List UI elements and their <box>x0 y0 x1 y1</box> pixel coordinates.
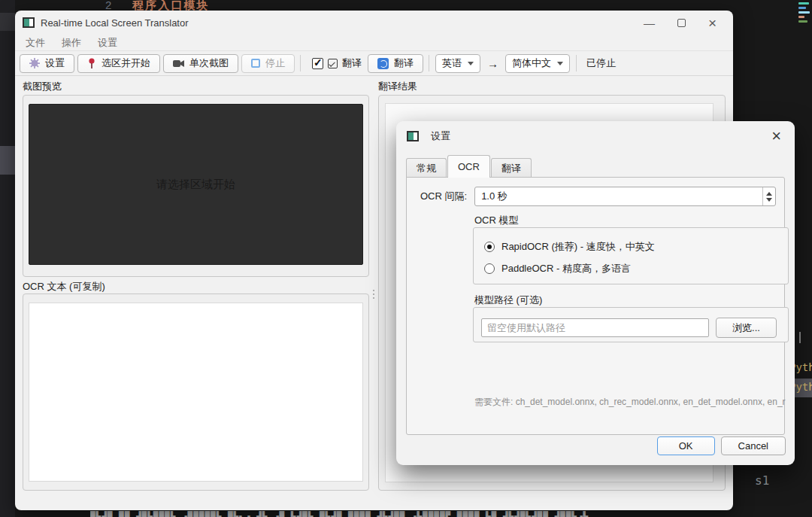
menu-file[interactable]: 文件 <box>26 36 45 50</box>
code-comment: 程序入口模块 <box>132 0 209 11</box>
direction-arrow: → <box>487 57 498 70</box>
settings-tabs: 常规 OCR 翻译 <box>406 155 532 178</box>
activity-bar-item <box>0 146 15 175</box>
target-language-select[interactable]: 简体中文 <box>505 54 570 73</box>
single-capture-button[interactable]: 单次截图 <box>163 54 238 73</box>
toolbar-separator <box>429 55 429 71</box>
activity-bar-item <box>0 13 15 31</box>
ocr-interval-value: 1.0 秒 <box>475 190 762 203</box>
spinner-down-icon[interactable] <box>766 198 772 202</box>
radio-rapidocr[interactable]: RapidOCR (推荐) - 速度快，中英文 <box>484 240 655 254</box>
radio-paddleocr[interactable]: PaddleOCR - 精度高，多语言 <box>484 262 631 275</box>
model-path-groupbox: 浏览... <box>473 307 789 342</box>
dialog-app-icon <box>407 131 419 141</box>
spinner-buttons[interactable] <box>762 187 775 205</box>
dialog-title: 设置 <box>431 129 768 143</box>
chevron-down-icon <box>468 62 474 65</box>
editor-activity-bar <box>0 0 15 517</box>
editor-cursor <box>799 332 801 343</box>
ocr-interval-label: OCR 间隔: <box>420 190 467 203</box>
minimize-button[interactable]: — <box>644 17 655 29</box>
screenshot-preview: 请选择区域开始 <box>29 104 363 265</box>
translate-checkbox[interactable]: 翻译 <box>312 56 362 70</box>
preview-label: 截图预览 <box>23 80 62 93</box>
line-number: 2 <box>105 0 111 11</box>
preview-placeholder-text: 请选择区域开始 <box>156 178 235 192</box>
translate-button[interactable]: 翻译 <box>368 54 423 73</box>
terminal-output-clipped: █▙▟█ ██ ▟█▙███▙ ▗█████▙ █▙▖▗ ▟▙ ▗█ ▙▟█▙ … <box>90 511 789 517</box>
ocr-text-label: OCR 文本 (可复制) <box>23 280 105 293</box>
translation-result-label: 翻译结果 <box>378 80 417 93</box>
dialog-close-icon[interactable]: × <box>768 128 784 144</box>
tab-general[interactable]: 常规 <box>406 158 447 178</box>
ocr-model-group-title: OCR 模型 <box>474 214 519 227</box>
ocr-text-area[interactable] <box>29 303 363 482</box>
spinner-up-icon[interactable] <box>766 192 772 196</box>
maximize-button[interactable] <box>677 19 686 27</box>
translate-toggle-icon <box>328 59 338 68</box>
dialog-title-bar[interactable]: 设置 × <box>396 121 795 151</box>
window-title: Real-time Local Screen Translator <box>41 17 644 29</box>
app-icon <box>23 17 35 28</box>
required-files-hint: 需要文件: ch_det_model.onnx, ch_rec_model.on… <box>474 396 796 409</box>
translate-checkbox-label: 翻译 <box>342 56 362 70</box>
menu-action[interactable]: 操作 <box>62 36 81 50</box>
settings-dialog: 设置 × 常规 OCR 翻译 OCR 间隔: 1.0 秒 OCR 模型 Rapi… <box>396 121 795 465</box>
stop-button[interactable]: 停止 <box>241 54 295 73</box>
close-button[interactable]: × <box>708 16 717 30</box>
camera-icon <box>173 59 184 68</box>
pin-icon <box>87 58 96 69</box>
radio-unselected-icon[interactable] <box>484 263 495 274</box>
stop-icon <box>251 59 260 68</box>
select-region-start-button[interactable]: 选区并开始 <box>77 54 160 73</box>
gear-icon <box>29 58 40 68</box>
tab-translate[interactable]: 翻译 <box>491 158 532 178</box>
toolbar-separator <box>576 55 577 71</box>
status-label: 已停止 <box>586 56 616 70</box>
menu-bar: 文件 操作 设置 <box>15 35 733 51</box>
source-language-select[interactable]: 英语 <box>435 54 480 73</box>
translate-refresh-icon <box>377 58 389 69</box>
tab-ocr[interactable]: OCR <box>447 155 490 178</box>
ocr-interval-spinbox[interactable]: 1.0 秒 <box>474 187 776 206</box>
tab-pane: OCR 间隔: 1.0 秒 OCR 模型 RapidOCR (推荐) - 速度快… <box>406 177 785 435</box>
ocr-model-groupbox: RapidOCR (推荐) - 速度快，中英文 PaddleOCR - 精度高，… <box>473 227 789 284</box>
browse-button[interactable]: 浏览... <box>716 318 777 338</box>
checkbox-checked-icon[interactable] <box>312 58 323 69</box>
cancel-button[interactable]: Cancel <box>721 436 786 455</box>
menu-settings[interactable]: 设置 <box>98 36 117 50</box>
title-bar[interactable]: Real-time Local Screen Translator — × <box>15 11 733 35</box>
model-path-group-title: 模型路径 (可选) <box>474 293 542 307</box>
settings-button[interactable]: 设置 <box>20 54 74 73</box>
toolbar-separator <box>300 55 301 71</box>
radio-selected-icon[interactable] <box>484 242 495 252</box>
toolbar: 设置 选区并开始 单次截图 停止 翻译 翻译 英语 → <box>15 51 733 76</box>
model-path-input[interactable] <box>481 318 709 337</box>
code-fragment: s1 <box>755 473 769 488</box>
chevron-down-icon <box>557 62 563 65</box>
ok-button[interactable]: OK <box>657 436 715 455</box>
code-minimap <box>798 2 810 25</box>
splitter-handle[interactable] <box>371 281 376 307</box>
